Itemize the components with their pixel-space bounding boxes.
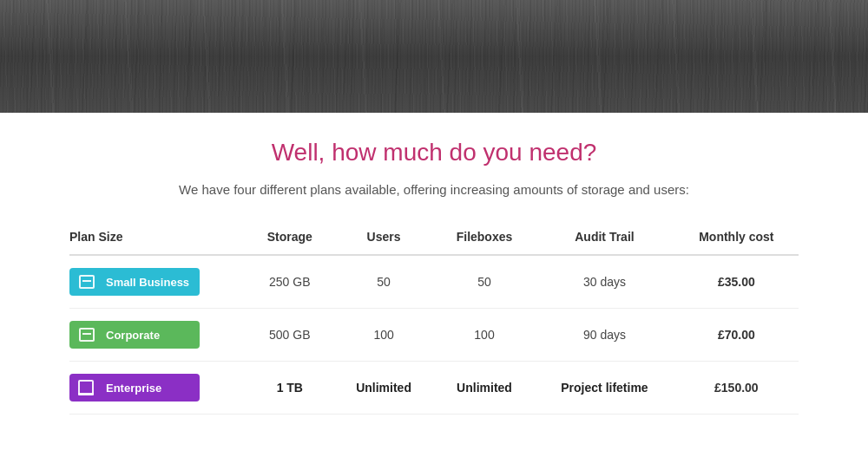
plan-cell: Enterprise [69,362,246,415]
storage-cell: 250 GB [246,255,333,309]
table-row: Small Business 250 GB 50 50 30 days £35.… [69,255,799,309]
cost-cell: £150.00 [674,362,799,415]
plan-name-label: Enterprise [106,382,161,395]
small-business-badge: Small Business [69,268,200,296]
users-cell: Unlimited [333,362,433,415]
col-cost: Monthly cost [674,223,799,255]
table-row: Corporate 500 GB 100 100 90 days £70.00 [69,309,799,362]
main-content: Well, how much do you need? We have four… [0,113,868,432]
audit-cell: 90 days [535,309,674,362]
cost-cell: £70.00 [674,309,799,362]
enterprise-icon [75,378,99,397]
page-heading: Well, how much do you need? [69,139,799,166]
enterprise-badge: Enterprise [69,374,200,402]
table-header-row: Plan Size Storage Users Fileboxes Audit … [69,223,799,255]
col-audit: Audit Trail [535,223,674,255]
fileboxes-cell: 50 [434,255,535,309]
inbox-icon [75,325,99,344]
col-storage: Storage [246,223,333,255]
plan-cell: Corporate [69,309,246,362]
plan-cell: Small Business [69,255,246,309]
users-cell: 100 [333,309,433,362]
table-row: Enterprise 1 TB Unlimited Unlimited Proj… [69,362,799,415]
inbox-icon [75,272,99,291]
plan-name-label: Corporate [106,329,160,342]
cost-cell: £35.00 [674,255,799,309]
plan-name-label: Small Business [106,276,189,289]
inbox-shape [79,275,95,289]
pricing-table: Plan Size Storage Users Fileboxes Audit … [69,223,799,415]
storage-cell: 500 GB [246,309,333,362]
col-fileboxes: Fileboxes [434,223,535,255]
audit-cell: 30 days [535,255,674,309]
corporate-badge: Corporate [69,321,200,349]
storage-cell: 1 TB [246,362,333,415]
col-users: Users [333,223,433,255]
page-subtitle: We have four different plans available, … [69,182,799,197]
users-cell: 50 [333,255,433,309]
col-plan: Plan Size [69,223,246,255]
audit-cell: Project lifetime [535,362,674,415]
inbox-shape [79,328,95,342]
fileboxes-cell: Unlimited [434,362,535,415]
wood-header [0,0,868,113]
fileboxes-cell: 100 [434,309,535,362]
enterprise-shape [78,380,95,395]
